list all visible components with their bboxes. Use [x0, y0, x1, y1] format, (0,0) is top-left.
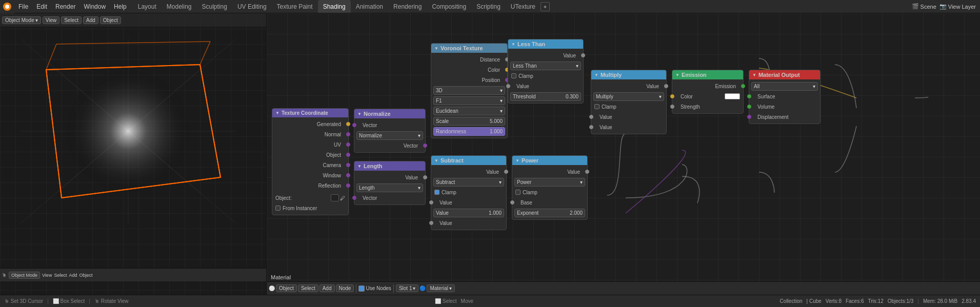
voronoi-header[interactable]: ▼ Voronoi Texture: [431, 44, 507, 53]
subtract-value-out-socket[interactable]: [504, 170, 508, 174]
power-header[interactable]: ▼ Power: [512, 156, 587, 165]
power-base-in-socket[interactable]: [510, 200, 514, 204]
power-dropdown[interactable]: Power▾: [514, 178, 585, 187]
multiply-header[interactable]: ▼ Multiply: [591, 70, 666, 79]
subtract-dropdown[interactable]: Subtract▾: [433, 178, 504, 187]
multiply-node[interactable]: ▼ Multiply Value Multiply▾ Clamp: [591, 70, 667, 134]
multiply-value2-in-socket[interactable]: [589, 125, 593, 129]
less-than-clamp-checkbox[interactable]: [511, 73, 516, 78]
subtract-clamp-checkbox[interactable]: [434, 190, 439, 195]
material-output-node[interactable]: ▼ Material Output All▾ Surface Volume: [749, 70, 821, 124]
normalize-dropdown[interactable]: Normalize ▾: [356, 131, 423, 140]
material-output-header[interactable]: ▼ Material Output: [749, 70, 820, 79]
tab-animation[interactable]: Animation: [351, 0, 388, 13]
voronoi-feature-dropdown[interactable]: F1▾: [433, 96, 505, 105]
emission-strength-in-socket[interactable]: [670, 105, 674, 109]
normalize-node[interactable]: ▼ Normalize Vector Normalize ▾ Vector: [354, 109, 426, 153]
node-editor[interactable]: ▼ Texture Coordinate Generated Normal UV…: [267, 13, 980, 295]
power-node[interactable]: ▼ Power Value Power▾ Clamp: [512, 155, 588, 220]
menu-edit[interactable]: Edit: [32, 0, 51, 13]
reflection-socket[interactable]: [346, 183, 350, 188]
subtract-header[interactable]: ▼ Subtract: [431, 156, 506, 165]
tab-shading[interactable]: Shading: [318, 0, 351, 13]
tab-scripting[interactable]: Scripting: [471, 0, 506, 13]
viewport-view-menu[interactable]: View: [43, 16, 60, 24]
from-instancer-checkbox[interactable]: [275, 206, 281, 211]
subtract-value-in-socket[interactable]: [429, 200, 433, 204]
material-surface-socket[interactable]: [747, 94, 751, 98]
length-header[interactable]: ▼ Length: [354, 161, 425, 171]
power-clamp-checkbox[interactable]: [515, 190, 521, 195]
less-than-dropdown[interactable]: Less Than▾: [510, 62, 581, 70]
multiply-clamp-checkbox[interactable]: [594, 104, 599, 109]
less-than-threshold-field[interactable]: Threshold 0.300: [510, 92, 581, 101]
normalize-vector-out-socket[interactable]: [423, 144, 427, 148]
window-socket[interactable]: [346, 173, 350, 177]
uv-socket[interactable]: [346, 142, 350, 147]
obj-btn[interactable]: Object: [79, 273, 92, 278]
emission-out-socket[interactable]: [741, 84, 745, 88]
normalize-vector-in-socket[interactable]: [352, 123, 356, 127]
less-than-node[interactable]: ▼ Less Than Value Less Than▾ Clamp: [508, 39, 584, 104]
material-dropdown[interactable]: Material ▾: [427, 284, 455, 292]
node-add-btn[interactable]: Add: [319, 284, 335, 292]
node-node-btn[interactable]: Node: [336, 284, 354, 292]
mode-btn[interactable]: Object Mode: [9, 272, 40, 279]
node-object-btn[interactable]: Object: [276, 284, 297, 292]
viewport-mode-dropdown[interactable]: Object Mode ▾: [2, 16, 41, 24]
viewport-add-menu[interactable]: Add: [83, 16, 98, 24]
menu-help[interactable]: Help: [110, 0, 131, 13]
tab-modeling[interactable]: Modeling: [162, 0, 197, 13]
subtract-value-field[interactable]: Value 1.000: [433, 209, 504, 217]
emission-header[interactable]: ▼ Emission: [672, 70, 743, 79]
node-editor-type-icon[interactable]: ⚪: [269, 285, 275, 291]
add-btn[interactable]: Add: [69, 273, 77, 278]
tab-uv-editing[interactable]: UV Editing: [232, 0, 272, 13]
tab-sculpting[interactable]: Sculpting: [197, 0, 232, 13]
node-material-icon[interactable]: 🔵: [419, 285, 426, 291]
use-nodes-checkbox[interactable]: [358, 285, 365, 292]
tab-compositing[interactable]: Compositing: [427, 0, 471, 13]
object-eyedropper[interactable]: 🖊: [340, 195, 345, 201]
object-color-swatch[interactable]: [331, 194, 339, 201]
texture-coordinate-header[interactable]: ▼ Texture Coordinate: [272, 109, 348, 117]
voronoi-scale-field[interactable]: Scale 5.000: [433, 117, 505, 126]
length-value-out-socket[interactable]: [423, 175, 427, 179]
node-select-btn[interactable]: Select: [298, 284, 318, 292]
voronoi-distance-dropdown[interactable]: Euclidean▾: [433, 107, 505, 115]
camera-socket[interactable]: [346, 163, 350, 167]
add-workspace-button[interactable]: +: [541, 2, 550, 11]
voronoi-dim-dropdown[interactable]: 3D▾: [433, 86, 505, 95]
voronoi-randomness-field[interactable]: Randomness 1.000: [433, 127, 505, 136]
view-layer-selector[interactable]: 📷 View Layer: [939, 3, 976, 10]
viewport-3d[interactable]: Object Mode ▾ View Select Add Object 🖱Ob…: [0, 13, 267, 295]
material-displacement-socket[interactable]: [747, 115, 751, 119]
subtract-node[interactable]: ▼ Subtract Value Subtract▾ Clamp: [431, 155, 507, 230]
tab-layout[interactable]: Layout: [133, 0, 162, 13]
less-than-value-in-socket[interactable]: [506, 84, 510, 88]
less-than-value-out-socket[interactable]: [581, 53, 585, 57]
length-node[interactable]: ▼ Length Value Length ▾ Vector: [354, 161, 426, 205]
emission-color-in-socket[interactable]: [670, 94, 674, 98]
power-value-out-socket[interactable]: [585, 170, 589, 174]
length-dropdown[interactable]: Length ▾: [356, 183, 423, 192]
view-btn[interactable]: View: [42, 273, 52, 278]
menu-window[interactable]: Window: [79, 0, 110, 13]
texture-coordinate-node[interactable]: ▼ Texture Coordinate Generated Normal UV…: [272, 108, 349, 215]
multiply-value1-in-socket[interactable]: [589, 115, 593, 119]
multiply-dropdown[interactable]: Multiply▾: [593, 92, 664, 101]
menu-file[interactable]: File: [14, 0, 32, 13]
menu-render[interactable]: Render: [51, 0, 79, 13]
emission-color-swatch[interactable]: [725, 93, 740, 99]
normalize-header[interactable]: ▼ Normalize: [354, 109, 425, 118]
select-btn[interactable]: Select: [54, 273, 67, 278]
viewport-object-menu[interactable]: Object: [100, 16, 121, 24]
scene-selector[interactable]: 🎬 Scene: [912, 3, 936, 10]
tab-utexture[interactable]: UTexture: [506, 0, 541, 13]
object-socket[interactable]: [346, 153, 350, 157]
material-volume-socket[interactable]: [747, 105, 751, 109]
viewport-select-menu[interactable]: Select: [61, 16, 82, 24]
length-vector-in-socket[interactable]: [352, 196, 356, 200]
generated-socket[interactable]: [346, 122, 350, 126]
less-than-header[interactable]: ▼ Less Than: [508, 39, 583, 49]
